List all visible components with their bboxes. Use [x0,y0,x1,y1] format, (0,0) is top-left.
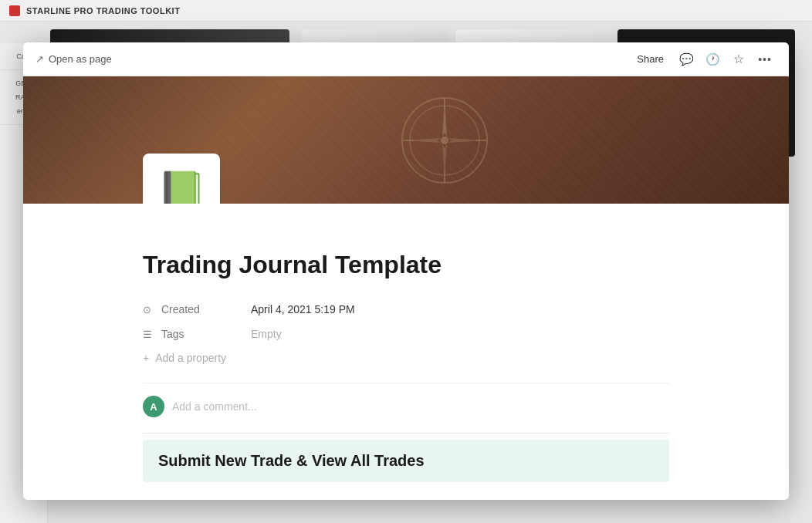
star-icon: ☆ [733,52,744,66]
created-value[interactable]: April 4, 2021 5:19 PM [251,303,669,315]
section-divider [143,433,669,434]
comment-input[interactable]: Add a comment... [172,397,669,416]
comment-icon: 💬 [679,52,694,66]
svg-marker-9 [406,138,441,143]
add-property-plus-icon: + [143,352,149,364]
modal-content[interactable]: Trading Journal Template ⊙ Created April… [23,204,789,500]
toolbar-right-actions: Share 💬 🕐 ☆ ••• [629,48,776,71]
page-icon-wrapper: 📗 [143,154,220,204]
history-icon: 🕐 [705,52,720,66]
open-as-page-button[interactable]: ↗ Open as page [36,53,112,65]
add-property-label: Add a property [155,352,226,364]
svg-marker-10 [448,138,483,143]
content-block-teal[interactable]: Submit New Trade & View All Trades [143,440,669,482]
compass-decoration [398,94,491,187]
add-property-button[interactable]: + Add a property [143,349,669,367]
svg-marker-8 [442,144,447,179]
more-icon: ••• [758,53,772,66]
tags-label-group: ☰ Tags [143,328,251,340]
properties-section: ⊙ Created April 4, 2021 5:19 PM ☰ Tags E… [143,298,669,367]
hero-image: 📗 [23,76,789,204]
comment-section: A Add a comment... [143,383,669,417]
page-icon: 📗 [157,169,207,204]
comment-placeholder: Add a comment... [172,400,257,413]
modal: ↗ Open as page Share 💬 🕐 ☆ ••• [23,42,789,500]
page-title[interactable]: Trading Journal Template [143,250,669,279]
open-page-icon: ↗ [36,53,44,65]
tags-property-row: ☰ Tags Empty [143,322,669,346]
history-button[interactable]: 🕐 [701,48,724,71]
comment-button[interactable]: 💬 [675,48,698,71]
created-property-row: ⊙ Created April 4, 2021 5:19 PM [143,298,669,321]
content-block-title[interactable]: Submit New Trade & View All Trades [158,452,654,470]
tags-label: Tags [161,328,184,340]
app-icon [9,5,20,16]
icon-spacer [143,204,669,250]
list-icon: ☰ [143,329,155,340]
app-title: STARLINE PRO TRADING TOOLKIT [26,6,180,15]
more-options-button[interactable]: ••• [753,48,776,71]
tags-value[interactable]: Empty [251,328,669,340]
modal-toolbar: ↗ Open as page Share 💬 🕐 ☆ ••• [23,42,789,76]
share-button[interactable]: Share [629,50,672,68]
created-label: Created [161,303,200,315]
clock-icon: ⊙ [143,304,155,315]
star-button[interactable]: ☆ [727,48,750,71]
created-label-group: ⊙ Created [143,303,251,315]
svg-marker-7 [442,102,447,137]
avatar-letter: A [150,401,157,413]
avatar: A [143,396,164,417]
svg-point-2 [441,137,448,144]
open-as-page-label: Open as page [49,53,112,65]
top-bar: STARLINE PRO TRADING TOOLKIT [0,0,812,22]
